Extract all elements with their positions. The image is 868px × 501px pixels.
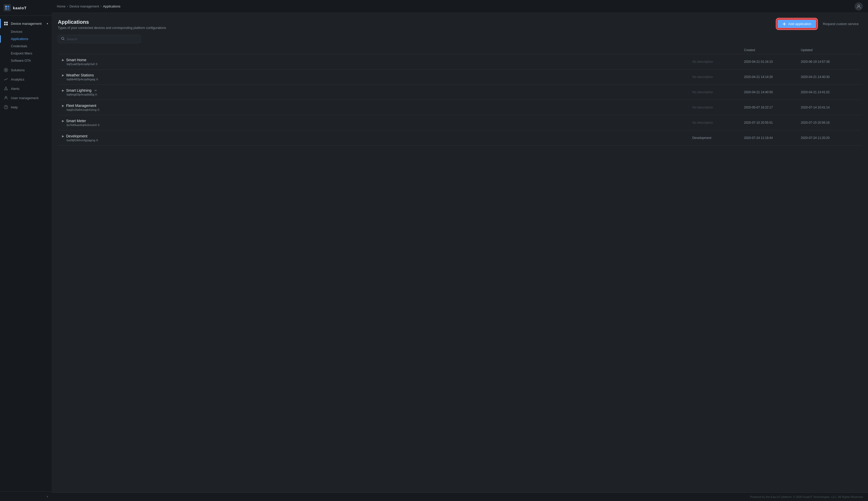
sidebar-item-label-devices: Devices — [11, 30, 22, 34]
sidebar-item-solutions[interactable]: Solutions — [0, 65, 52, 75]
svg-rect-3 — [8, 8, 9, 10]
app-id-text: bqq0n2fa8rk1aqh41img — [67, 108, 97, 111]
table-body: ▶ Smart Home bqf1uai03p4cop6jr3u0 ⎘ No d… — [58, 54, 862, 146]
sidebar-item-label-alerts: Alerts — [11, 87, 19, 90]
app-name-top: ▶ Smart Home — [62, 58, 86, 62]
copy-icon[interactable]: ⎘ — [95, 93, 97, 96]
request-custom-service-button[interactable]: Request custom service — [820, 20, 862, 28]
search-icon — [61, 37, 65, 41]
sidebar-item-label-device-management: Device management — [11, 22, 42, 25]
copy-icon[interactable]: ⎘ — [96, 139, 98, 142]
app-id-row: bqfdngi03p4cop6kil6g ⎘ — [62, 93, 97, 96]
col-header-desc — [692, 48, 744, 52]
expand-icon[interactable]: ▶ — [62, 119, 64, 122]
app-id-text: bsd9j82ikfmmfgrjagmg — [67, 139, 95, 142]
breadcrumb-applications: Applications — [103, 5, 120, 8]
app-id-row: bqf1uai03p4cop6jr3u0 ⎘ — [62, 63, 98, 66]
expand-icon[interactable]: ▶ — [62, 135, 64, 138]
solutions-icon — [4, 68, 8, 72]
app-id-text: bqf1uai03p4cop6jr3u0 — [67, 63, 95, 66]
applications-table: Created Updated ▶ Smart Home bqf1uai03p4… — [58, 46, 862, 492]
app-id-row: bqq0n2fa8rk1aqh41img ⎘ — [62, 108, 99, 111]
sidebar-item-label-credentials: Credentials — [11, 44, 27, 48]
sidebar-item-label-help: Help — [11, 105, 18, 109]
app-name-col: ▶ Development bsd9j82ikfmmfgrjagmg ⎘ — [62, 134, 692, 142]
expand-icon[interactable]: ▶ — [62, 58, 64, 62]
topbar: Home › Device management › Applications — [52, 0, 868, 13]
sidebar-item-label-applications: Applications — [11, 37, 28, 41]
col-header-name — [62, 48, 692, 52]
sidebar-item-software-ota[interactable]: Software OTA — [0, 57, 52, 64]
nav-section-device-management: Device management ▾ Devices Applications… — [0, 18, 52, 65]
app-description: No description — [692, 106, 744, 109]
device-management-sub-items: Devices Applications Credentials Endpoin… — [0, 28, 52, 64]
app-name-top: ▶ Smart Lightning ✏ — [62, 88, 97, 93]
page-title: Applications — [58, 19, 166, 25]
expand-icon[interactable]: ▶ — [62, 74, 64, 77]
plus-icon — [783, 22, 786, 26]
search-bar — [58, 35, 140, 43]
alerts-icon — [4, 86, 8, 91]
sidebar-item-applications[interactable]: Applications — [0, 35, 52, 43]
breadcrumb-home[interactable]: Home — [57, 5, 65, 8]
app-id-text: bqfdb4i03p4cop6kgaig — [67, 78, 95, 81]
app-id-text: bs7k69uan6qhlo5moin0 — [67, 124, 97, 127]
search-input[interactable] — [67, 37, 137, 41]
app-name-col: ▶ Smart Meter bs7k69uan6qhlo5moin0 ⎘ — [62, 119, 692, 127]
help-icon — [4, 105, 8, 109]
expand-icon[interactable]: ▶ — [62, 104, 64, 107]
app-name-col: ▶ Fleet Management bqq0n2fa8rk1aqh41img … — [62, 104, 692, 111]
sidebar-item-label-endpoint-filters: Endpoint filters — [11, 52, 32, 55]
copy-icon[interactable]: ⎘ — [96, 78, 98, 81]
app-created: 2020-04-21 14:40:50 — [744, 90, 801, 94]
edit-icon[interactable]: ✏ — [95, 89, 97, 92]
sidebar-nav: Device management ▾ Devices Applications… — [0, 16, 52, 491]
sidebar-item-devices[interactable]: Devices — [0, 28, 52, 35]
header-actions: Add application Request custom service — [777, 19, 862, 29]
app-id-text: bqfdngi03p4cop6kil6g — [67, 93, 94, 96]
user-avatar[interactable] — [855, 2, 863, 11]
app-updated: 2020-07-14 10:41:14 — [801, 106, 858, 109]
sidebar-item-credentials[interactable]: Credentials — [0, 43, 52, 50]
app-id-row: bs7k69uan6qhlo5moin0 ⎘ — [62, 124, 100, 127]
svg-rect-6 — [4, 24, 6, 25]
expand-icon[interactable]: ▶ — [62, 89, 64, 92]
sidebar-item-label-software-ota: Software OTA — [11, 59, 31, 63]
sidebar-item-endpoint-filters[interactable]: Endpoint filters — [0, 50, 52, 57]
breadcrumb-sep-1: › — [67, 5, 68, 8]
add-application-label: Add application — [788, 22, 811, 26]
app-description: No description — [692, 75, 744, 79]
analytics-icon — [4, 77, 8, 82]
copy-icon[interactable]: ⎘ — [98, 124, 100, 127]
sidebar-item-user-management[interactable]: User management — [0, 93, 52, 103]
collapse-icon[interactable]: ‹ — [47, 494, 48, 498]
app-name: Fleet Management — [66, 104, 96, 108]
svg-rect-1 — [8, 6, 9, 8]
logo: kaaIoT — [0, 0, 52, 16]
app-updated: 2020-04-21 14:40:30 — [801, 75, 858, 79]
sidebar-item-label-user-management: User management — [11, 96, 39, 100]
app-name: Smart Meter — [66, 119, 86, 123]
app-created: 2020-07-15 20:55:51 — [744, 121, 801, 125]
copy-icon[interactable]: ⎘ — [98, 108, 99, 111]
col-header-updated: Updated — [801, 48, 858, 52]
sidebar-item-device-management[interactable]: Device management ▾ — [0, 19, 52, 28]
app-updated: 2020-07-15 20:56:16 — [801, 121, 858, 125]
app-created: 2020-07-24 11:19:44 — [744, 136, 801, 140]
table-header: Created Updated — [58, 46, 862, 54]
svg-rect-4 — [4, 22, 6, 23]
copy-icon[interactable]: ⎘ — [96, 63, 98, 66]
app-id-row: bqfdb4i03p4cop6kgaig ⎘ — [62, 78, 98, 81]
sidebar-item-alerts[interactable]: Alerts — [0, 84, 52, 93]
breadcrumb-sep-2: › — [100, 5, 101, 8]
add-application-button[interactable]: Add application — [777, 19, 817, 29]
user-mgmt-icon — [4, 96, 8, 100]
sidebar-item-label-solutions: Solutions — [11, 68, 24, 72]
app-updated: 2020-07-24 11:20:20 — [801, 136, 858, 140]
svg-point-18 — [62, 37, 64, 40]
sidebar-item-help[interactable]: Help — [0, 103, 52, 112]
app-name-col: ▶ Smart Lightning ✏ bqfdngi03p4cop6kil6g… — [62, 88, 692, 96]
table-row: ▶ Fleet Management bqq0n2fa8rk1aqh41img … — [58, 100, 862, 115]
sidebar-item-analytics[interactable]: Analytics — [0, 75, 52, 84]
breadcrumb-device-management[interactable]: Device management — [70, 5, 99, 8]
